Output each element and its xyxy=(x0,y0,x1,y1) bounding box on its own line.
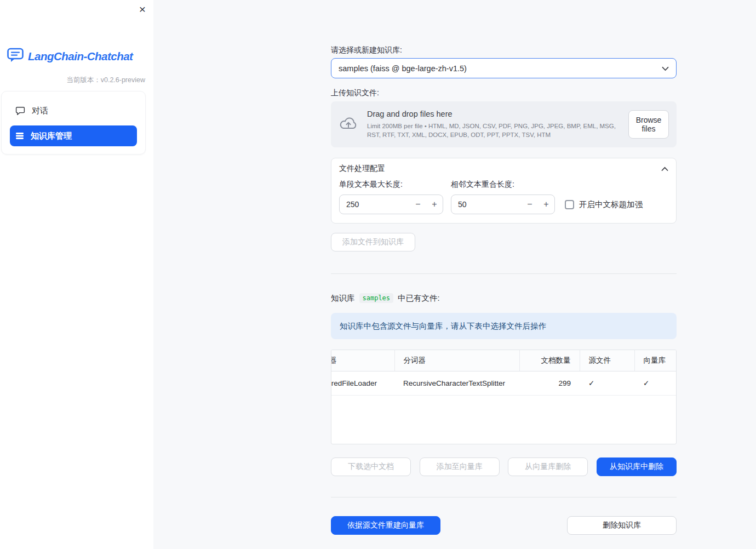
chunk-size-group: 单段文本最大长度: 250 − + xyxy=(339,180,443,214)
rebuild-vector-store-button[interactable]: 依据源文件重建向量库 xyxy=(331,516,440,535)
sidebar: × LangChain-Chatchat 当前版本：v0.2.6-preview… xyxy=(0,0,153,549)
chevron-up-icon xyxy=(661,164,668,173)
zh-title-enhance-group: 开启中文标题加强 xyxy=(565,195,643,214)
download-selected-button[interactable]: 下载选中文档 xyxy=(331,458,411,476)
file-config-expander: 文件处理配置 单段文本最大长度: 250 − + 相邻文本重合长度: xyxy=(331,158,677,224)
column-header-vector-store: 向量库 xyxy=(634,350,677,371)
kb-files-heading: 知识库 samples 中已有文件: xyxy=(331,293,677,304)
overlap-size-decrement-button[interactable]: − xyxy=(522,199,538,209)
cell-splitter[interactable]: RecursiveCharacterTextSplitter xyxy=(394,371,519,395)
add-to-vector-store-button[interactable]: 添加至向量库 xyxy=(420,458,500,476)
sidebar-menu: 对话 知识库管理 xyxy=(1,91,146,155)
info-banner: 知识库中包含源文件与向量库，请从下表中选择文件后操作 xyxy=(331,313,677,339)
cell-vector-store-check[interactable]: ✓ xyxy=(634,371,677,395)
sidebar-item-label: 知识库管理 xyxy=(31,131,72,141)
file-actions-row: 下载选中文档 添加至向量库 从向量库删除 从知识库中删除 xyxy=(331,458,677,476)
chat-bubble-icon xyxy=(15,106,25,116)
delete-kb-button[interactable]: 删除知识库 xyxy=(567,516,677,535)
upload-label: 上传知识文件: xyxy=(331,88,677,97)
delete-from-vector-store-button[interactable]: 从向量库删除 xyxy=(508,458,588,476)
cell-loader[interactable]: UnstructuredFileLoader xyxy=(331,371,394,395)
brand-logo: LangChain-Chatchat xyxy=(7,47,147,66)
expander-header[interactable]: 文件处理配置 xyxy=(331,158,676,179)
divider xyxy=(331,497,677,497)
sidebar-item-label: 对话 xyxy=(32,106,48,116)
column-header-loader: 文档加载器 xyxy=(331,350,394,371)
kb-files-prefix: 知识库 xyxy=(331,293,355,304)
chunk-size-input[interactable]: 250 − + xyxy=(339,195,443,214)
dropzone-limit-text: Limit 200MB per file • HTML, MD, JSON, C… xyxy=(367,122,620,139)
column-header-splitter: 分词器 xyxy=(394,350,519,371)
overlap-size-group: 相邻文本重合长度: 50 − + xyxy=(451,180,555,214)
kb-files-suffix: 中已有文件: xyxy=(398,293,440,304)
stack-icon xyxy=(15,131,24,140)
kb-actions-row: 依据源文件重建向量库 删除知识库 xyxy=(331,516,677,535)
add-files-to-kb-button[interactable]: 添加文件到知识库 xyxy=(331,233,415,251)
sidebar-item-dialogue[interactable]: 对话 xyxy=(10,100,137,121)
chunk-size-value[interactable]: 250 xyxy=(340,200,410,209)
chevron-down-icon xyxy=(662,64,669,73)
column-header-doc-count: 文档数量 xyxy=(519,350,580,371)
version-text: 当前版本：v0.2.6-preview xyxy=(66,76,145,85)
chunk-size-decrement-button[interactable]: − xyxy=(410,199,426,209)
overlap-size-label: 相邻文本重合长度: xyxy=(451,180,555,190)
info-banner-text: 知识库中包含源文件与向量库，请从下表中选择文件后操作 xyxy=(340,321,546,331)
kb-select-value: samples (faiss @ bge-large-zh-v1.5) xyxy=(339,64,467,73)
chunk-size-increment-button[interactable]: + xyxy=(426,199,443,209)
dropzone-title: Drag and drop files here xyxy=(367,110,622,118)
overlap-size-increment-button[interactable]: + xyxy=(538,199,554,209)
divider xyxy=(331,273,677,274)
sidebar-close-button[interactable]: × xyxy=(139,3,146,15)
kb-name-code: samples xyxy=(359,293,394,303)
kb-select-label: 请选择或新建知识库: xyxy=(331,45,677,54)
dropzone-text: Drag and drop files here Limit 200MB per… xyxy=(367,110,628,139)
sidebar-item-knowledge-base[interactable]: 知识库管理 xyxy=(10,125,137,146)
files-table[interactable]: 文档加载器 分词器 文档数量 源文件 向量库 UnstructuredFileL… xyxy=(331,350,677,444)
file-dropzone[interactable]: Drag and drop files here Limit 200MB per… xyxy=(331,101,677,147)
main-content: 请选择或新建知识库: samples (faiss @ bge-large-zh… xyxy=(153,0,756,549)
overlap-size-input[interactable]: 50 − + xyxy=(451,195,555,214)
brand-chat-icon xyxy=(7,47,24,66)
table-row[interactable]: UnstructuredFileLoader RecursiveCharacte… xyxy=(331,371,677,395)
cell-doc-count[interactable]: 299 xyxy=(519,371,580,395)
cell-source-file-check[interactable]: ✓ xyxy=(580,371,634,395)
overlap-size-value[interactable]: 50 xyxy=(451,200,522,209)
delete-from-kb-button[interactable]: 从知识库中删除 xyxy=(597,458,677,476)
brand-name: LangChain-Chatchat xyxy=(28,50,133,63)
expander-title: 文件处理配置 xyxy=(339,164,385,174)
column-header-source-file: 源文件 xyxy=(580,350,634,371)
expander-body: 单段文本最大长度: 250 − + 相邻文本重合长度: 50 − + xyxy=(331,179,676,223)
zh-title-enhance-label: 开启中文标题加强 xyxy=(579,199,643,210)
zh-title-enhance-checkbox[interactable] xyxy=(565,200,574,209)
browse-files-button[interactable]: Browse files xyxy=(628,110,669,139)
kb-select[interactable]: samples (faiss @ bge-large-zh-v1.5) xyxy=(331,58,677,78)
table-header-row: 文档加载器 分词器 文档数量 源文件 向量库 xyxy=(331,350,677,371)
cloud-upload-icon xyxy=(339,116,358,133)
chunk-size-label: 单段文本最大长度: xyxy=(339,180,443,190)
